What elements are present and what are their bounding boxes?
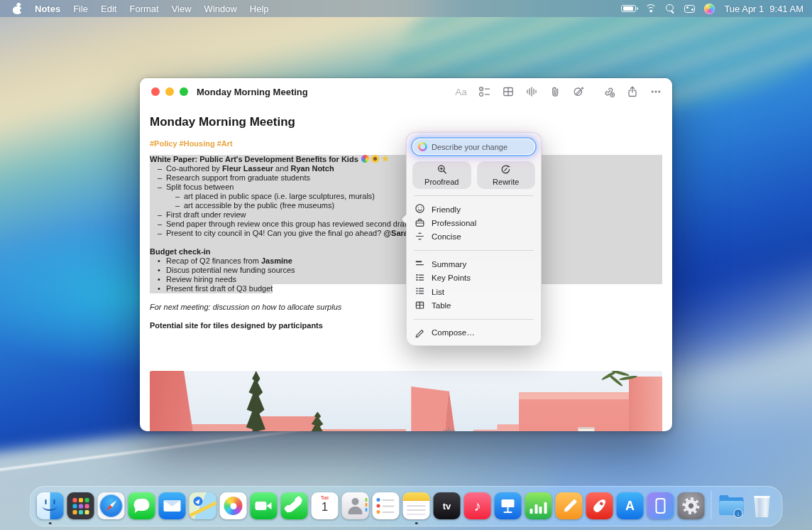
menu-window[interactable]: Window	[204, 4, 237, 14]
dock-mail-icon[interactable]	[159, 492, 186, 519]
dock-trash-icon[interactable]	[749, 492, 776, 519]
wifi-icon[interactable]	[645, 4, 657, 13]
dock-photos-icon[interactable]	[220, 492, 247, 519]
menu-help[interactable]: Help	[250, 4, 269, 14]
audio-icon[interactable]	[525, 85, 538, 99]
writing-tools-key-points[interactable]: Key Points	[412, 271, 535, 285]
writing-tools-compose[interactable]: Compose…	[412, 326, 535, 340]
add-link-icon[interactable]	[602, 85, 615, 99]
attachment-icon[interactable]	[548, 85, 561, 99]
dock-calendar-icon[interactable]: Tue1	[312, 492, 339, 519]
dock-appstore-icon[interactable]: A	[617, 492, 644, 519]
line-text: Research support from graduate students	[166, 173, 310, 183]
minimize-button[interactable]	[165, 87, 174, 96]
more-icon[interactable]	[649, 85, 662, 99]
menu-view[interactable]: View	[172, 4, 192, 14]
key-points-icon	[415, 272, 425, 284]
search-icon[interactable]	[666, 4, 675, 13]
dock-launchpad-icon[interactable]	[67, 492, 94, 519]
dock-downloads-icon[interactable]: ↓	[718, 492, 745, 519]
window-title: Monday Morning Meeting	[197, 87, 308, 97]
tone-options: FriendlyProfessionalConcise	[412, 202, 535, 244]
smiley-icon	[415, 203, 425, 215]
dock-iphone-mirroring-icon[interactable]	[647, 492, 674, 519]
photo-building	[319, 429, 406, 431]
list-marker: –	[158, 183, 166, 192]
list-marker: •	[158, 256, 166, 266]
line-text: art accessible by the public (free museu…	[184, 201, 334, 210]
menu-bar-date[interactable]: Tue Apr 1	[724, 4, 764, 14]
line-text: Split focus between	[166, 183, 234, 192]
checklist-icon[interactable]	[478, 85, 491, 99]
rewrite-button[interactable]: Rewrite	[477, 161, 536, 189]
writing-tools-friendly[interactable]: Friendly	[412, 202, 535, 216]
proofread-button[interactable]: Proofread	[412, 161, 471, 189]
format-icon[interactable]: Aa	[454, 85, 468, 99]
writing-tools-list[interactable]: List	[412, 285, 535, 298]
line-text: For next meeting: discussion on how to a…	[150, 303, 341, 312]
dock-safari-icon[interactable]	[98, 492, 125, 519]
writing-tools-concise[interactable]: Concise	[412, 230, 535, 244]
describe-change-input[interactable]	[432, 143, 530, 151]
dock-messages-icon[interactable]	[128, 492, 155, 519]
dock-tv-icon[interactable]: tv	[434, 492, 461, 519]
share-icon[interactable]	[625, 85, 639, 99]
line-text: First draft under review	[166, 210, 246, 220]
close-button[interactable]	[151, 87, 160, 96]
note-photo[interactable]	[150, 371, 662, 431]
dock-rocket-icon[interactable]	[586, 492, 613, 519]
summary-icon	[415, 258, 425, 270]
line-text: Present to city council in Q4! Can you g…	[166, 229, 413, 238]
apple-intelligence-icon[interactable]	[704, 4, 715, 14]
dock-numbers-icon[interactable]	[525, 492, 552, 519]
divider	[414, 319, 534, 320]
dock-finder-icon[interactable]	[37, 492, 64, 519]
image-playground-icon[interactable]	[571, 85, 585, 99]
photo-right-building	[519, 392, 634, 431]
title-bar[interactable]: Monday Morning Meeting Aa	[140, 78, 672, 105]
dock-keynote-icon[interactable]	[495, 492, 522, 519]
dock-music-icon[interactable]: ♪	[464, 492, 491, 519]
writing-tools-popup: ProofreadRewrite FriendlyProfessionalCon…	[406, 132, 542, 346]
writing-tools-table[interactable]: Table	[412, 298, 535, 312]
proofread-icon	[437, 164, 447, 176]
writing-tools-summary[interactable]: Summary	[412, 257, 535, 271]
list-marker: –	[158, 229, 166, 238]
emoji	[371, 155, 379, 163]
control-center-icon[interactable]	[684, 5, 695, 13]
dock-phone-icon[interactable]	[281, 492, 308, 519]
writing-tools-professional[interactable]: Professional	[412, 216, 535, 229]
dock-maps-icon[interactable]	[190, 492, 216, 519]
compose-icon	[415, 327, 425, 339]
line-text: Potential site for tiles designed by par…	[150, 321, 323, 330]
dock-reminders-icon[interactable]	[373, 492, 400, 519]
line-text: Review hiring needs	[166, 275, 236, 284]
window-controls	[151, 87, 188, 96]
format-options: SummaryKey PointsListTable	[412, 257, 535, 313]
dock-settings-icon[interactable]	[678, 492, 705, 519]
writing-tools-actions: ProofreadRewrite	[412, 161, 535, 189]
menu-bar-time[interactable]: 9:41 AM	[769, 4, 803, 14]
menu-notes[interactable]: Notes	[35, 4, 60, 14]
table-icon[interactable]	[501, 85, 515, 99]
list-marker: –	[158, 220, 166, 229]
dock-pages-icon[interactable]	[556, 492, 583, 519]
menu-file[interactable]: File	[73, 4, 88, 14]
app-menus: NotesFileEditFormatViewWindowHelp	[35, 4, 269, 14]
dock-notesapp-icon[interactable]	[403, 492, 430, 519]
menu-format[interactable]: Format	[129, 4, 158, 14]
describe-change-field[interactable]	[412, 139, 535, 155]
dock-facetime-icon[interactable]	[251, 492, 278, 519]
note-title: Monday Morning Meeting	[150, 115, 662, 129]
menu-edit[interactable]: Edit	[101, 4, 116, 14]
line-text: Discus potential new funding sources	[166, 266, 295, 275]
divider	[414, 250, 534, 251]
apple-menu-icon[interactable]	[13, 4, 22, 14]
zoom-button[interactable]	[180, 87, 188, 96]
menu-bar-status: Tue Apr 1 9:41 AM	[621, 4, 803, 14]
compose-option: Compose…	[412, 326, 535, 340]
photo-antenna	[442, 427, 456, 431]
dock-contacts-icon[interactable]	[342, 492, 369, 519]
list-marker: –	[175, 201, 184, 210]
battery-icon[interactable]	[621, 5, 636, 13]
